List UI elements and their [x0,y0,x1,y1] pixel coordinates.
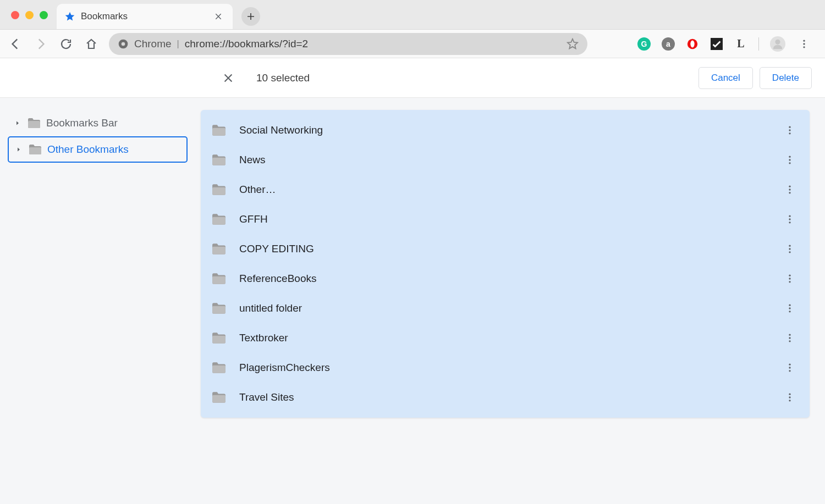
bookmark-star-icon [64,11,75,22]
tab-close-button[interactable] [212,10,225,23]
bookmark-row[interactable]: Other… [201,175,810,204]
bookmark-row[interactable]: News [201,145,810,175]
bookmark-row[interactable]: untitled folder [201,293,810,323]
bookmark-page-icon[interactable] [566,38,579,50]
folder-icon [212,243,226,255]
bookmark-name: News [239,154,768,166]
svg-point-42 [789,340,790,342]
extension-grammarly[interactable]: G [637,37,651,51]
svg-rect-27 [212,247,226,254]
tree-item-label: Bookmarks Bar [46,117,118,129]
svg-point-13 [789,129,790,131]
new-tab-button[interactable] [241,7,260,26]
url-scheme: Chrome [134,38,172,50]
tree-item-label: Other Bookmarks [47,143,129,156]
folder-icon [212,332,226,344]
chevron-right-icon [14,120,22,126]
selection-bar: 10 selected Cancel Delete [0,58,825,98]
svg-rect-10 [29,147,41,154]
bookmark-row[interactable]: Travel Sites [201,383,810,412]
bookmark-row[interactable]: ReferenceBooks [201,264,810,293]
site-info-icon[interactable] [118,38,129,49]
bookmark-row[interactable]: PlagerismCheckers [201,353,810,383]
svg-point-45 [789,367,790,368]
extension-checkmark[interactable] [710,37,723,51]
svg-point-24 [789,215,790,217]
bookmark-row[interactable]: Textbroker [201,323,810,353]
svg-rect-15 [212,158,226,165]
svg-point-5 [775,39,780,44]
svg-point-48 [789,394,790,395]
svg-rect-31 [212,276,226,284]
svg-rect-9 [28,121,40,128]
svg-point-3 [690,40,694,47]
cancel-button[interactable]: Cancel [698,67,753,89]
address-bar[interactable]: Chrome | chrome://bookmarks/?id=2 [109,33,587,55]
tree-item-bookmarks-bar[interactable]: Bookmarks Bar [8,110,188,136]
profile-avatar[interactable] [770,36,785,52]
svg-point-25 [789,218,790,220]
folder-icon [212,302,226,314]
tree-item-other-bookmarks[interactable]: Other Bookmarks [8,136,188,163]
svg-point-37 [789,307,790,309]
row-more-button[interactable] [781,211,799,228]
row-more-button[interactable] [781,329,799,347]
window-maximize-button[interactable] [40,11,48,19]
svg-point-6 [803,40,805,41]
chevron-right-icon [15,146,23,153]
bookmark-name: Travel Sites [239,391,768,403]
row-more-button[interactable] [781,300,799,317]
delete-button[interactable]: Delete [760,67,812,89]
selection-count: 10 selected [256,72,310,84]
row-more-button[interactable] [781,359,799,376]
folder-icon [28,118,41,129]
svg-point-49 [789,396,790,398]
forward-button[interactable] [33,36,48,52]
svg-point-26 [789,221,790,223]
bookmark-name: untitled folder [239,302,768,314]
svg-point-8 [803,46,805,48]
svg-point-16 [789,156,790,158]
bookmarks-manager: Bookmarks Bar Other Bookmarks Social Net… [0,98,825,504]
svg-point-17 [789,159,790,160]
row-more-button[interactable] [781,121,799,139]
svg-point-32 [789,275,790,276]
row-more-button[interactable] [781,389,799,406]
svg-rect-35 [212,306,226,314]
reload-button[interactable] [58,36,74,52]
svg-point-34 [789,281,790,283]
extension-lastpass[interactable]: L [734,37,747,51]
window-close-button[interactable] [11,11,19,19]
folder-icon [212,273,226,285]
back-button[interactable] [8,36,23,52]
svg-rect-19 [212,187,226,195]
row-more-button[interactable] [781,151,799,169]
row-more-button[interactable] [781,181,799,198]
browser-menu-button[interactable] [796,36,812,52]
svg-rect-39 [212,336,226,344]
row-more-button[interactable] [781,240,799,258]
svg-point-50 [789,400,790,401]
browser-tab[interactable]: Bookmarks [57,4,233,29]
bookmark-row[interactable]: Social Networking [201,115,810,145]
bookmark-list: Social NetworkingNewsOther…GFFHCOPY EDIT… [201,110,810,418]
window-minimize-button[interactable] [25,11,34,19]
folder-icon [212,213,226,225]
extension-opera[interactable] [686,37,699,51]
selection-close-button[interactable] [222,72,234,84]
svg-rect-47 [212,395,226,403]
home-button[interactable] [84,36,99,52]
bookmark-row[interactable]: GFFH [201,204,810,234]
folder-icon [29,144,42,155]
bookmark-row[interactable]: COPY EDITING [201,234,810,264]
svg-point-1 [122,42,125,46]
folder-icon [212,184,226,196]
bookmark-list-panel: Social NetworkingNewsOther…GFFHCOPY EDIT… [195,98,825,504]
extension-amazon[interactable]: a [662,37,675,51]
bookmark-name: GFFH [239,213,768,225]
svg-point-33 [789,278,790,279]
url-divider: | [177,39,179,49]
folder-icon [212,154,226,166]
row-more-button[interactable] [781,270,799,287]
svg-point-29 [789,248,790,250]
